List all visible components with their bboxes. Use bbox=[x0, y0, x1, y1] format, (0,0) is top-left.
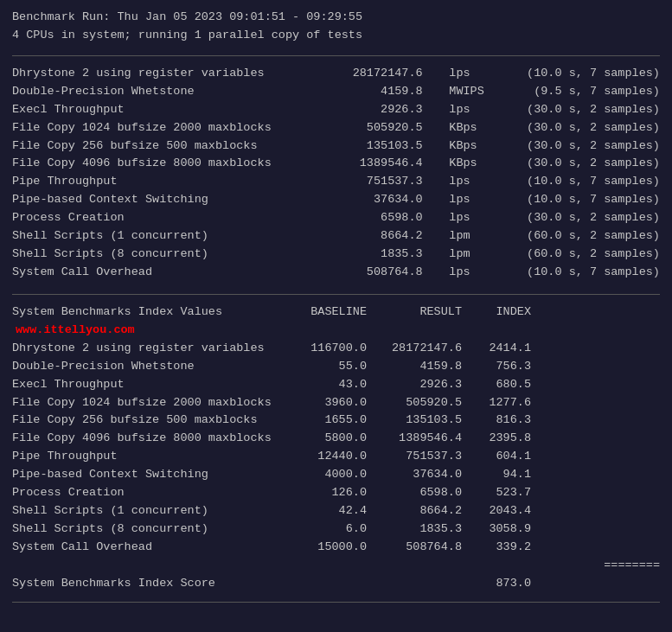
result-unit: lps bbox=[444, 264, 491, 282]
index-row: Dhrystone 2 using register variables 116… bbox=[12, 340, 660, 358]
result-info: (60.0 s, 2 samples) bbox=[513, 227, 660, 246]
index-name: Double-Precision Whetstone bbox=[12, 358, 280, 376]
index-name: Process Creation bbox=[12, 484, 280, 502]
index-result: 751537.3 bbox=[367, 448, 462, 466]
header-section: Benchmark Run: Thu Jan 05 2023 09:01:51 … bbox=[12, 9, 660, 45]
index-row: File Copy 4096 bufsize 8000 maxblocks 58… bbox=[12, 430, 660, 448]
result-unit: lps bbox=[444, 209, 491, 227]
index-name: Pipe-based Context Switching bbox=[12, 466, 280, 484]
result-unit: KBps bbox=[444, 119, 491, 137]
result-unit: lpm bbox=[444, 246, 491, 264]
index-header-result: RESULT bbox=[367, 303, 462, 340]
index-baseline: 1655.0 bbox=[280, 412, 367, 430]
index-baseline: 15000.0 bbox=[280, 539, 367, 557]
result-name: File Copy 1024 bufsize 2000 maxblocks bbox=[12, 119, 280, 137]
index-row: System Call Overhead 15000.0 508764.8 33… bbox=[12, 539, 660, 557]
result-info: (9.5 s, 7 samples) bbox=[513, 83, 660, 101]
result-row: System Call Overhead 508764.8 lps (10.0 … bbox=[12, 264, 660, 282]
index-baseline: 43.0 bbox=[280, 376, 367, 394]
index-row: File Copy 256 bufsize 500 maxblocks 1655… bbox=[12, 412, 660, 430]
index-value: 2395.8 bbox=[462, 430, 531, 448]
benchmark-subtitle: 4 CPUs in system; running 1 parallel cop… bbox=[12, 27, 660, 45]
index-baseline: 126.0 bbox=[280, 484, 367, 502]
result-info: (30.0 s, 2 samples) bbox=[513, 101, 660, 119]
result-info: (30.0 s, 2 samples) bbox=[513, 209, 660, 227]
result-row: Process Creation 6598.0 lps (30.0 s, 2 s… bbox=[12, 209, 660, 227]
index-name: Pipe Throughput bbox=[12, 448, 280, 466]
top-divider bbox=[12, 55, 660, 56]
index-result: 6598.0 bbox=[367, 484, 462, 502]
index-value: 339.2 bbox=[462, 539, 531, 557]
result-value: 37634.0 bbox=[302, 191, 423, 209]
result-name: Shell Scripts (1 concurrent) bbox=[12, 227, 280, 246]
index-name: File Copy 4096 bufsize 8000 maxblocks bbox=[12, 430, 280, 448]
index-value: 680.5 bbox=[462, 376, 531, 394]
index-baseline: 5800.0 bbox=[280, 430, 367, 448]
result-info: (30.0 s, 2 samples) bbox=[513, 119, 660, 137]
index-row: Execl Throughput 43.0 2926.3 680.5 bbox=[12, 376, 660, 394]
index-section: System Benchmarks Index Values www.ittel… bbox=[12, 303, 660, 593]
index-row: Pipe Throughput 12440.0 751537.3 604.1 bbox=[12, 448, 660, 466]
index-value: 2414.1 bbox=[462, 340, 531, 358]
index-result: 135103.5 bbox=[367, 412, 462, 430]
index-header-baseline: BASELINE bbox=[280, 303, 367, 340]
index-header-name: System Benchmarks Index Values www.ittel… bbox=[12, 303, 280, 340]
index-header-row: System Benchmarks Index Values www.ittel… bbox=[12, 303, 660, 340]
result-value: 505920.5 bbox=[302, 119, 423, 137]
score-row: System Benchmarks Index Score 873.0 bbox=[12, 575, 660, 593]
index-result: 505920.5 bbox=[367, 394, 462, 412]
result-row: Pipe Throughput 751537.3 lps (10.0 s, 7 … bbox=[12, 173, 660, 191]
terminal-output: Benchmark Run: Thu Jan 05 2023 09:01:51 … bbox=[12, 9, 660, 603]
score-value: 873.0 bbox=[462, 575, 531, 593]
result-value: 6598.0 bbox=[302, 209, 423, 227]
index-value: 523.7 bbox=[462, 484, 531, 502]
result-value: 8664.2 bbox=[302, 227, 423, 246]
watermark: www.ittellyou.com bbox=[16, 323, 135, 336]
result-row: File Copy 256 bufsize 500 maxblocks 1351… bbox=[12, 137, 660, 156]
result-name: File Copy 256 bufsize 500 maxblocks bbox=[12, 137, 280, 156]
result-name: File Copy 4096 bufsize 8000 maxblocks bbox=[12, 155, 280, 173]
result-unit: lps bbox=[444, 101, 491, 119]
result-unit: lps bbox=[444, 191, 491, 209]
result-name: Pipe Throughput bbox=[12, 173, 280, 191]
result-value: 1835.3 bbox=[302, 246, 423, 264]
result-row: Dhrystone 2 using register variables 281… bbox=[12, 65, 660, 83]
result-value: 135103.5 bbox=[302, 137, 423, 156]
equals-marks: ======== bbox=[591, 557, 660, 575]
result-info: (10.0 s, 7 samples) bbox=[513, 65, 660, 83]
index-value: 756.3 bbox=[462, 358, 531, 376]
result-value: 4159.8 bbox=[302, 83, 423, 101]
result-value: 751537.3 bbox=[302, 173, 423, 191]
index-value: 604.1 bbox=[462, 448, 531, 466]
result-name: Execl Throughput bbox=[12, 101, 280, 119]
bottom-divider bbox=[12, 602, 660, 603]
result-name: System Call Overhead bbox=[12, 264, 280, 282]
index-value: 94.1 bbox=[462, 466, 531, 484]
index-name: File Copy 1024 bufsize 2000 maxblocks bbox=[12, 394, 280, 412]
index-result: 1835.3 bbox=[367, 520, 462, 539]
index-result: 4159.8 bbox=[367, 358, 462, 376]
index-result: 2926.3 bbox=[367, 376, 462, 394]
index-name: System Call Overhead bbox=[12, 539, 280, 557]
index-row: Pipe-based Context Switching 4000.0 3763… bbox=[12, 466, 660, 484]
index-name: Shell Scripts (1 concurrent) bbox=[12, 502, 280, 520]
index-result: 1389546.4 bbox=[367, 430, 462, 448]
result-value: 1389546.4 bbox=[302, 155, 423, 173]
result-info: (30.0 s, 2 samples) bbox=[513, 155, 660, 173]
result-value: 28172147.6 bbox=[302, 65, 423, 83]
result-row: Execl Throughput 2926.3 lps (30.0 s, 2 s… bbox=[12, 101, 660, 119]
index-header-index: INDEX bbox=[462, 303, 531, 340]
index-row: Shell Scripts (8 concurrent) 6.0 1835.3 … bbox=[12, 520, 660, 539]
index-name: File Copy 256 bufsize 500 maxblocks bbox=[12, 412, 280, 430]
result-name: Double-Precision Whetstone bbox=[12, 83, 280, 101]
index-result: 8664.2 bbox=[367, 502, 462, 520]
result-row: File Copy 1024 bufsize 2000 maxblocks 50… bbox=[12, 119, 660, 137]
result-unit: lps bbox=[444, 65, 491, 83]
result-value: 2926.3 bbox=[302, 101, 423, 119]
index-baseline: 42.4 bbox=[280, 502, 367, 520]
result-name: Pipe-based Context Switching bbox=[12, 191, 280, 209]
index-row: Shell Scripts (1 concurrent) 42.4 8664.2… bbox=[12, 502, 660, 520]
index-baseline: 6.0 bbox=[280, 520, 367, 539]
result-info: (10.0 s, 7 samples) bbox=[513, 264, 660, 282]
result-row: Shell Scripts (1 concurrent) 8664.2 lpm … bbox=[12, 227, 660, 246]
